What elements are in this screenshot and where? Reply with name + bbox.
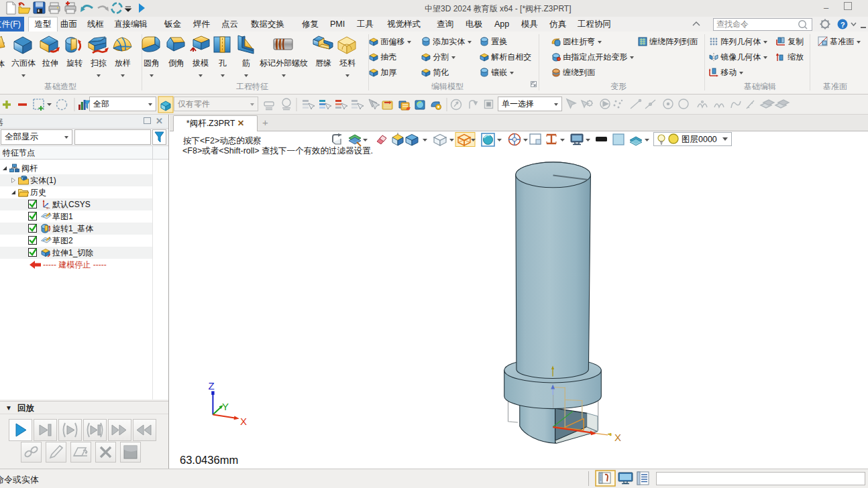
svg-text:x: x bbox=[46, 206, 48, 210]
